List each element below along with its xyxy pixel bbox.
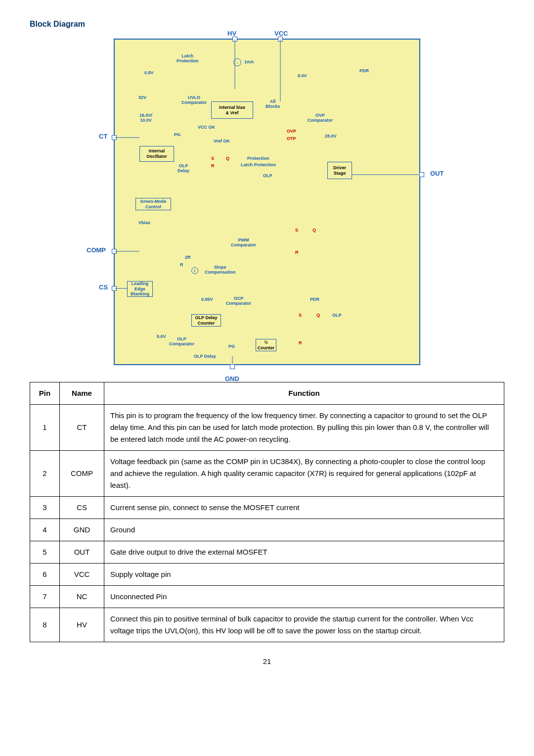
pin-out-label: OUT [430,170,444,177]
label-pdr: PDR [359,68,369,73]
header-pin: Pin [30,382,60,405]
label-pwm-comp: PWM Comparator [231,237,256,247]
label-8-0v: 8.0V [298,73,307,78]
cell-pin: 5 [30,541,60,564]
block-olp-delay-counter: OLP Delay Counter [191,314,221,327]
label-ocp-comp: OCP Comparator [226,296,251,306]
label-5-0v: 5.0V [157,334,166,339]
label-olp-comp: OLP Comparator [169,336,194,346]
label-pg2: PG [228,344,235,349]
page-number: 21 [30,657,504,665]
label-32v: 32V [138,95,146,100]
label-r2: R [295,250,299,255]
label-slope-comp: Slope Compensation [205,265,236,275]
block-green-mode: Green-Mode Control [135,198,171,210]
label-1ma: 1mA [244,59,254,64]
label-vcc-ok: VCC OK [198,125,215,130]
cell-pin: 4 [30,519,60,541]
pin-cs-label: CS [99,284,108,291]
pin-hv-label: HV [227,30,236,37]
block-internal-osc: Internal Oscillator [139,146,174,162]
header-name: Name [60,382,104,405]
label-s3: S [299,313,302,318]
pin-comp-label: COMP [87,246,106,254]
cell-name: COMP [60,451,104,497]
pin-out-box [419,172,424,177]
table-row: 6 VCC Supply voltage pin [30,564,504,586]
label-latch-protection: Latch Protection [177,53,199,63]
pin-gnd-box [230,364,235,369]
cell-function: Ground [104,519,504,541]
cell-pin: 3 [30,497,60,519]
label-r3: R [299,340,302,345]
label-protection: Protection [247,156,269,161]
label-r1: R [211,163,215,168]
label-28-0v: 28.0V [325,134,337,139]
cell-function: Supply voltage pin [104,564,504,586]
cell-function: This pin is to program the frequency of … [104,405,504,451]
section-title: Block Diagram [30,20,504,29]
label-ovp: OVP [287,129,296,134]
pin-vcc-label: VCC [274,30,288,37]
cell-name: NC [60,586,104,608]
sigma-icon: Σ [191,267,198,274]
block-diagram: Latch Protection 0.8V ↓ 1mA 8.0V PDR 32V… [114,39,420,365]
cell-function: Connect this pin to positive terminal of… [104,608,504,642]
table-row: 5 OUT Gate drive output to drive the ext… [30,541,504,564]
label-r-res: R [180,262,183,267]
block-diagram-container: HV VCC CT COMP CS OUT GND Latch Protecti… [30,39,504,367]
pin-ct-box [112,135,117,140]
label-pg: PG [174,132,180,137]
label-2r: 2R [185,255,191,260]
label-uvlo-comp: UVLO Comparator [181,95,207,105]
pin-vcc-box [278,37,283,42]
label-vref-ok: Vref OK [214,139,230,143]
label-otp: OTP [287,136,296,141]
cell-function: Unconnected Pin [104,586,504,608]
pin-gnd-label: GND [225,375,239,382]
label-vbias: Vbias [138,220,150,225]
label-0-85v: 0.85V [201,297,213,302]
pin-cs-box [112,286,117,291]
label-ovp-comp: OVP Comparator [308,113,333,123]
pin-ct-label: CT [99,133,107,140]
pin-comp-box [112,249,117,254]
label-s2: S [295,228,298,233]
block-driver-stage: Driver Stage [327,162,352,179]
table-row: 7 NC Unconnected Pin [30,586,504,608]
cell-name: CT [60,405,104,451]
label-olp-delay: OLP Delay [178,163,189,173]
cell-name: CS [60,497,104,519]
cell-pin: 2 [30,451,60,497]
cell-name: GND [60,519,104,541]
label-pdr2: PDR [310,297,319,302]
label-s1: S [211,156,214,161]
block-leb: Leading Edge Blanking [127,281,153,297]
cell-function: Current sense pin, connect to sense the … [104,497,504,519]
table-row: 8 HV Connect this pin to positive termin… [30,608,504,642]
cell-pin: 6 [30,564,60,586]
label-all-blocks: All Blocks [266,99,280,109]
label-q1: Q [226,156,229,161]
table-row: 1 CT This pin is to program the frequenc… [30,405,504,451]
label-q3: Q [316,313,320,318]
label-latch-prot2: Latch Protection [241,162,276,167]
label-16-10v: 16.0V/ 10.0V [139,113,152,123]
block-half-counter: ½ Counter [256,339,276,351]
cell-function: Voltage feedback pin (same as the COMP p… [104,451,504,497]
label-olp2: OLP [332,313,342,318]
label-olp-delay2: OLP Delay [194,354,216,359]
cell-pin: 8 [30,608,60,642]
pin-table: Pin Name Function 1 CT This pin is to pr… [30,382,504,642]
table-row: 2 COMP Voltage feedback pin (same as the… [30,451,504,497]
header-function: Function [104,382,504,405]
table-header-row: Pin Name Function [30,382,504,405]
label-q2: Q [312,228,316,233]
cell-name: HV [60,608,104,642]
table-row: 4 GND Ground [30,519,504,541]
block-internal-bias: internal bias & Vref [211,101,253,119]
arrow-down-icon: ↓ [233,58,241,66]
pin-hv-box [232,37,237,42]
table-row: 3 CS Current sense pin, connect to sense… [30,497,504,519]
cell-name: VCC [60,564,104,586]
